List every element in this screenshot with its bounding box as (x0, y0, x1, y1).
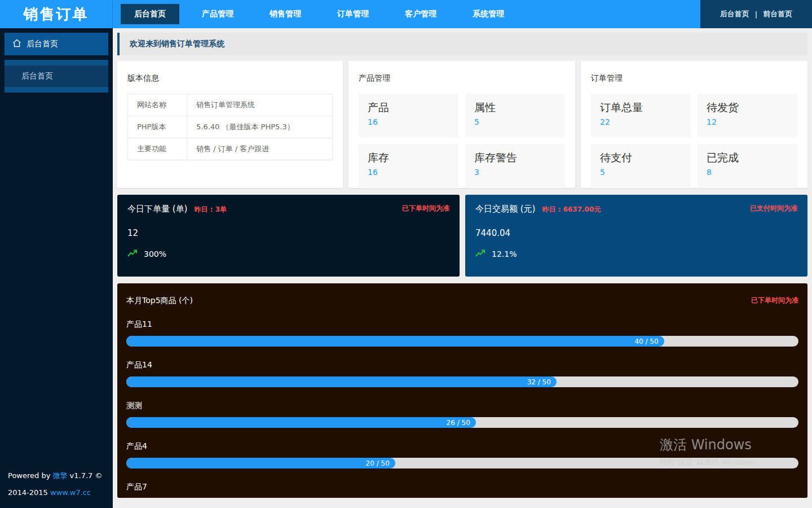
today-orders-title: 今日下单量 (单) (127, 204, 187, 214)
progress-fill: 40 / 50 (126, 336, 664, 347)
backend-home-link[interactable]: 后台首页 (720, 9, 749, 19)
orders-time-note: 已下单时间为准 (402, 204, 449, 213)
top5-bar-row: 产品7 (126, 482, 798, 492)
nav-item-system[interactable]: 系统管理 (459, 4, 518, 24)
today-revenue-card: 今日交易额 (元) 昨日 : 6637.00元 已支付时间为准 7440.04 … (465, 195, 807, 277)
progress-track: 32 / 50 (126, 376, 798, 387)
version-table: 网站名称 销售订单管理系统 PHP版本 5.6.40 （最佳版本 PHP5.3）… (127, 94, 333, 160)
top-bar: 销售订单 后台首页 产品管理 销售管理 订单管理 客户管理 系统管理 后台首页 … (0, 0, 812, 28)
table-row: 主要功能 销售 / 订单 / 客户跟进 (128, 138, 333, 160)
top5-bar-row: 产品11 40 / 50 (126, 319, 798, 347)
today-revenue-title: 今日交易额 (元) (475, 204, 535, 214)
yesterday-orders-badge: 昨日 : 3单 (194, 205, 227, 214)
progress-fill: 32 / 50 (126, 376, 557, 387)
stat-tile-to-pay[interactable]: 待支付 5 (591, 144, 691, 187)
welcome-banner: 欢迎来到销售订单管理系统 (117, 33, 807, 55)
copyright-line: 2014-2015 www.w7.cc (8, 484, 103, 501)
today-revenue-value: 7440.04 (475, 228, 797, 238)
version-card-title: 版本信息 (127, 73, 333, 84)
powered-by-line: Powered by 微擎 v1.7.7 © (8, 467, 103, 484)
top5-bar-row: 测测 26 / 50 (126, 401, 798, 428)
sidebar-item-label: 后台首页 (27, 39, 58, 49)
main-content: 欢迎来到销售订单管理系统 版本信息 网站名称 销售订单管理系统 PHP版本 5.… (113, 28, 812, 508)
table-row: 网站名称 销售订单管理系统 (128, 94, 333, 116)
version-info-card: 版本信息 网站名称 销售订单管理系统 PHP版本 5.6.40 （最佳版本 PH… (117, 61, 343, 188)
stat-tile-products[interactable]: 产品 16 (359, 94, 458, 137)
nav-item-sales[interactable]: 销售管理 (256, 4, 315, 24)
order-card-title: 订单管理 (591, 73, 797, 84)
progress-track: 26 / 50 (126, 417, 798, 428)
yesterday-revenue-badge: 昨日 : 6637.00元 (542, 205, 601, 214)
stat-tile-completed[interactable]: 已完成 8 (698, 144, 797, 187)
progress-fill: 26 / 50 (126, 417, 476, 428)
trend-up-icon (475, 249, 487, 259)
table-row: PHP版本 5.6.40 （最佳版本 PHP5.3） (128, 116, 333, 138)
stat-tile-total-orders[interactable]: 订单总量 22 (591, 94, 691, 137)
sidebar-footer: Powered by 微擎 v1.7.7 © 2014-2015 www.w7.… (8, 467, 103, 501)
sidebar-subitem-dashboard[interactable]: 后台首页 (5, 65, 108, 87)
top-right-links: 后台首页 | 前台首页 (700, 0, 812, 28)
top-navigation: 后台首页 产品管理 销售管理 订单管理 客户管理 系统管理 (113, 0, 700, 28)
app-logo: 销售订单 (0, 0, 113, 28)
order-management-card: 订单管理 订单总量 22 待发货 12 待支付 5 已完成 (581, 61, 807, 188)
stat-tile-stock-warning[interactable]: 库存警告 3 (465, 144, 565, 187)
product-card-title: 产品管理 (359, 73, 565, 84)
top5-title: 本月Top5商品 (个) (126, 296, 193, 306)
nav-item-customers[interactable]: 客户管理 (391, 4, 450, 24)
w7cc-link[interactable]: www.w7.cc (50, 488, 91, 497)
today-orders-value: 12 (127, 228, 449, 238)
nav-item-dashboard[interactable]: 后台首页 (121, 4, 179, 24)
sidebar-submenu: 后台首页 (5, 60, 108, 93)
sidebar: 后台首页 后台首页 Powered by 微擎 v1.7.7 © 2014-20… (0, 28, 113, 508)
home-icon (12, 39, 21, 49)
product-management-card: 产品管理 产品 16 属性 5 库存 16 库存警告 (348, 61, 575, 188)
stat-tile-stock[interactable]: 库存 16 (359, 144, 458, 187)
stat-tile-attributes[interactable]: 属性 5 (465, 94, 565, 137)
weiqin-link[interactable]: 微擎 (52, 471, 67, 480)
top5-products-card: 本月Top5商品 (个) 已下单时间为准 产品11 40 / 50 产品14 3… (117, 283, 807, 498)
progress-track: 20 / 50 (126, 458, 798, 468)
link-divider: | (755, 10, 757, 19)
top5-bar-row: 产品4 20 / 50 (126, 441, 798, 468)
sidebar-item-dashboard[interactable]: 后台首页 (5, 33, 108, 55)
top5-bar-row: 产品14 32 / 50 (126, 360, 798, 387)
nav-item-products[interactable]: 产品管理 (188, 4, 247, 24)
today-revenue-trend: 12.1% (492, 249, 517, 259)
today-orders-card: 今日下单量 (单) 昨日 : 3单 已下单时间为准 12 300% (117, 195, 460, 277)
nav-item-orders[interactable]: 订单管理 (324, 4, 382, 24)
frontend-home-link[interactable]: 前台首页 (763, 9, 792, 19)
progress-track: 40 / 50 (126, 336, 798, 347)
progress-fill: 20 / 50 (126, 458, 395, 468)
trend-up-icon (127, 249, 139, 259)
revenue-time-note: 已支付时间为准 (750, 204, 797, 213)
stat-tile-to-ship[interactable]: 待发货 12 (698, 94, 797, 137)
today-orders-trend: 300% (144, 249, 166, 259)
top5-time-note: 已下单时间为准 (751, 296, 798, 306)
